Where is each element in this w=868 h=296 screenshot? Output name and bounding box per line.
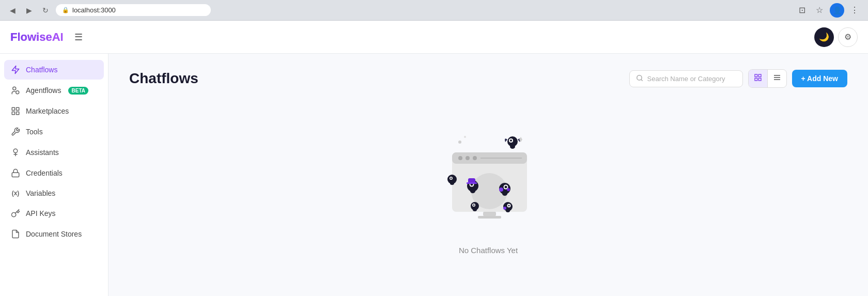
svg-point-47 (473, 205, 475, 206)
svg-rect-4 (12, 112, 14, 115)
svg-point-28 (510, 145, 515, 149)
sidebar-item-api-keys[interactable]: API Keys (4, 204, 104, 223)
sidebar-label-document-stores: Document Stores (26, 230, 82, 238)
sidebar-item-agentflows[interactable]: Agentflows BETA (4, 81, 104, 100)
svg-point-0 (13, 87, 16, 90)
svg-point-20 (473, 156, 477, 160)
svg-rect-12 (758, 78, 761, 81)
back-button[interactable]: ◀ (6, 4, 19, 17)
logo-area: FlowiseAI ☰ (10, 28, 87, 46)
sidebar-item-credentials[interactable]: Credentials (4, 163, 104, 183)
svg-rect-9 (755, 74, 757, 77)
svg-point-32 (450, 182, 454, 185)
search-icon (636, 74, 643, 83)
svg-point-54 (458, 141, 461, 144)
content-area: Chatflows Agentflows BETA Marketplaces (0, 54, 868, 296)
svg-point-18 (458, 156, 462, 160)
svg-point-52 (506, 209, 510, 212)
empty-state-text: No Chatflows Yet (459, 246, 518, 255)
svg-rect-2 (12, 107, 14, 110)
sidebar-label-marketplaces: Marketplaces (26, 107, 69, 115)
lock-icon: 🔒 (62, 7, 69, 13)
svg-point-42 (502, 192, 507, 196)
profile-avatar[interactable]: 👤 (830, 3, 844, 18)
view-toggle (748, 69, 787, 88)
settings-button[interactable]: ⚙ (838, 27, 858, 47)
sidebar-item-tools[interactable]: Tools (4, 122, 104, 142)
svg-point-27 (510, 139, 512, 142)
forward-button[interactable]: ▶ (23, 4, 35, 17)
menu-toggle-button[interactable]: ☰ (70, 28, 87, 46)
topbar: FlowiseAI ☰ 🌙 ⚙ (0, 21, 868, 54)
list-view-button[interactable] (768, 70, 786, 87)
empty-state: No Chatflows Yet (129, 103, 847, 275)
empty-illustration (431, 124, 545, 238)
sidebar: Chatflows Agentflows BETA Marketplaces (0, 54, 109, 296)
credentials-icon (10, 168, 21, 178)
svg-point-43 (499, 188, 503, 192)
sidebar-label-tools: Tools (26, 128, 43, 136)
sidebar-item-document-stores[interactable]: Document Stores (4, 224, 104, 244)
agentflows-icon (10, 86, 21, 95)
sidebar-label-agentflows: Agentflows (26, 86, 61, 95)
svg-rect-7 (12, 173, 19, 177)
assistants-icon (10, 148, 21, 157)
svg-point-55 (464, 136, 466, 138)
browser-chrome: ◀ ▶ ↻ 🔒 localhost:3000 ⊡ ☆ 👤 ⋮ (0, 0, 868, 21)
topbar-right: 🌙 ⚙ (814, 27, 858, 47)
variables-icon: (x) (10, 190, 21, 197)
svg-point-44 (507, 188, 510, 191)
sidebar-item-assistants[interactable]: Assistants (4, 143, 104, 162)
theme-toggle-button[interactable]: 🌙 (814, 27, 834, 47)
add-new-button[interactable]: + Add New (792, 70, 847, 87)
browser-actions: ⊡ ☆ 👤 ⋮ (795, 3, 862, 18)
sidebar-item-marketplaces[interactable]: Marketplaces (4, 101, 104, 121)
svg-point-6 (13, 149, 18, 153)
app-logo[interactable]: FlowiseAI (10, 30, 64, 44)
svg-rect-24 (478, 216, 501, 219)
search-box[interactable] (629, 70, 743, 87)
svg-rect-23 (483, 212, 496, 216)
svg-rect-10 (758, 74, 761, 77)
main-content: Chatflows (109, 54, 868, 296)
app-wrapper: FlowiseAI ☰ 🌙 ⚙ Chatflows Agentflows (0, 21, 868, 296)
beta-badge: BETA (68, 87, 88, 95)
svg-rect-37 (467, 182, 477, 184)
more-button[interactable]: ⋮ (847, 3, 862, 18)
svg-point-48 (473, 208, 477, 211)
marketplaces-icon (10, 106, 21, 116)
api-keys-icon (10, 209, 21, 218)
sidebar-item-chatflows[interactable]: Chatflows (4, 60, 104, 80)
url-text: localhost:3000 (72, 6, 116, 14)
search-input[interactable] (647, 75, 736, 83)
page-header: Chatflows (129, 69, 847, 88)
page-title: Chatflows (129, 70, 198, 87)
sidebar-label-assistants: Assistants (26, 148, 59, 157)
svg-point-31 (451, 178, 452, 179)
svg-point-1 (16, 91, 19, 94)
sidebar-label-credentials: Credentials (26, 169, 63, 177)
header-actions: + Add New (629, 69, 847, 88)
svg-point-41 (505, 186, 507, 189)
bookmark-button[interactable]: ☆ (812, 3, 827, 18)
svg-point-19 (466, 156, 470, 160)
grid-view-button[interactable] (749, 70, 768, 87)
tools-icon (10, 127, 21, 136)
translate-button[interactable]: ⊡ (795, 3, 809, 18)
sidebar-label-api-keys: API Keys (26, 209, 56, 217)
svg-rect-3 (17, 107, 19, 110)
sidebar-item-variables[interactable]: (x) Variables (4, 184, 104, 202)
svg-rect-11 (755, 78, 757, 81)
svg-rect-5 (17, 112, 19, 115)
sidebar-label-chatflows: Chatflows (26, 66, 57, 74)
svg-point-38 (470, 189, 475, 193)
chatflows-icon (10, 65, 21, 74)
sidebar-label-variables: Variables (26, 189, 55, 197)
reload-button[interactable]: ↻ (39, 4, 52, 17)
svg-point-51 (508, 205, 510, 207)
svg-point-53 (503, 207, 506, 210)
address-bar[interactable]: 🔒 localhost:3000 (56, 4, 211, 16)
document-stores-icon (10, 229, 21, 239)
